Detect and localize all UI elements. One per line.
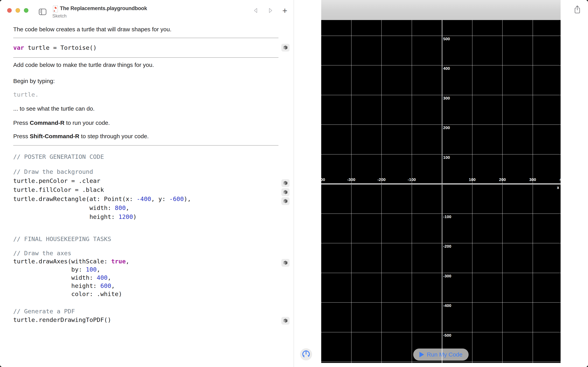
code-generate-pdf[interactable]: // Generate a PDFturtle.renderDrawingToP… xyxy=(13,307,111,324)
x-tick-label: 100 xyxy=(469,177,476,182)
play-icon xyxy=(420,352,424,357)
code-line: // POSTER GENERATION CODE xyxy=(13,152,191,161)
paragraph-intro: The code below creates a turtle that wil… xyxy=(13,26,171,33)
share-button[interactable] xyxy=(574,5,581,15)
horizontal-gridline xyxy=(321,332,561,332)
y-tick-label: -400 xyxy=(443,303,451,308)
forward-button[interactable] xyxy=(268,7,273,14)
window-title: The Replacements.playgroundbook xyxy=(60,5,147,11)
sidebar-toggle-button[interactable] xyxy=(39,8,46,16)
shortcut-command-r: Command-R xyxy=(30,120,64,126)
code-line xyxy=(13,243,129,249)
chevron-left-icon xyxy=(253,11,258,14)
copy-snippet-button[interactable] xyxy=(281,259,290,267)
x-tick-label: 300 xyxy=(529,177,536,182)
cube-icon xyxy=(283,198,288,204)
y-tick-label: 100 xyxy=(443,155,450,160)
vertical-gridline xyxy=(351,20,352,363)
copy-snippet-button[interactable] xyxy=(281,179,290,187)
code-line: color: .white) xyxy=(13,290,129,298)
back-button[interactable] xyxy=(253,7,258,14)
x-tick-label: 400 xyxy=(559,177,561,182)
speed-gauge-icon xyxy=(301,350,311,359)
cube-icon xyxy=(283,180,288,186)
paragraph-see-turtle: ... to see what the turtle can do. xyxy=(13,105,95,112)
zoom-button[interactable] xyxy=(24,8,28,13)
x-tick-label: -300 xyxy=(347,177,355,182)
playgrounds-window: The Replacements.playgroundbook Sketch +… xyxy=(0,0,588,367)
typing-hint[interactable]: turtle. xyxy=(13,91,39,98)
new-page-button[interactable]: + xyxy=(282,6,287,16)
run-my-code-button[interactable]: Run My Code xyxy=(413,349,469,361)
horizontal-gridline xyxy=(321,95,561,95)
shortcut-shift-command-r: Shift-Command-R xyxy=(30,133,79,139)
execution-speed-button[interactable] xyxy=(300,348,312,360)
code-line: turtle.drawRectangle(at: Point(x: -400, … xyxy=(13,194,191,203)
cube-icon xyxy=(283,45,288,51)
vertical-gridline xyxy=(502,20,503,363)
y-tick-label: -300 xyxy=(443,274,451,278)
pane-divider[interactable] xyxy=(294,0,294,367)
code-line: // Generate a PDF xyxy=(13,307,111,316)
y-tick-label: 400 xyxy=(443,66,450,71)
cube-icon xyxy=(283,318,288,324)
divider-line xyxy=(13,145,278,146)
y-tick-label: -600 xyxy=(443,363,451,363)
vertical-gridline xyxy=(472,20,472,363)
horizontal-gridline xyxy=(321,362,561,362)
paragraph-add-code: Add code below to make the turtle draw t… xyxy=(13,61,154,68)
horizontal-gridline xyxy=(321,36,561,36)
drawing-canvas: x Run My Code -400-300-200-1001002003004… xyxy=(321,20,561,363)
code-line: height: 1200) xyxy=(13,212,191,221)
copy-snippet-button[interactable] xyxy=(281,197,290,205)
y-axis-line xyxy=(442,20,442,363)
divider-line xyxy=(13,57,278,58)
horizontal-gridline xyxy=(321,302,561,303)
y-tick-label: 500 xyxy=(443,37,450,41)
y-tick-label: -200 xyxy=(443,244,451,249)
code-line: turtle.renderDrawingToPDF() xyxy=(13,316,111,324)
code-line: turtle.penColor = .clear xyxy=(13,176,191,185)
share-icon xyxy=(574,12,581,15)
code-line: width: 400, xyxy=(13,274,129,282)
cube-icon xyxy=(283,189,288,195)
code-line: turtle.fillColor = .black xyxy=(13,185,191,194)
copy-snippet-button[interactable] xyxy=(281,188,290,196)
vertical-gridline xyxy=(412,20,412,363)
close-button[interactable] xyxy=(7,8,12,13)
x-axis-letter: x xyxy=(557,185,559,190)
cube-icon xyxy=(283,260,288,266)
y-tick-label: 200 xyxy=(443,125,450,130)
code-line: // Draw the axes xyxy=(13,249,129,257)
code-poster-generation[interactable]: // POSTER GENERATION CODE// Draw the bac… xyxy=(13,152,191,221)
x-axis-line xyxy=(321,183,561,185)
code-housekeeping[interactable]: // FINAL HOUSEKEEPING TASKS// Draw the a… xyxy=(13,235,129,298)
run-button-label: Run My Code xyxy=(427,351,462,358)
y-tick-label: -100 xyxy=(443,214,451,219)
copy-snippet-button[interactable] xyxy=(281,317,290,325)
code-declaration[interactable]: var turtle = Tortoise() xyxy=(13,43,97,52)
horizontal-gridline xyxy=(321,243,561,243)
vertical-gridline xyxy=(533,20,533,363)
code-line xyxy=(13,161,191,167)
copy-snippet-button[interactable] xyxy=(281,44,290,51)
titlebar-translucency-scrim xyxy=(321,0,561,20)
code-line: turtle.drawAxes(withScale: true, xyxy=(13,257,129,265)
horizontal-gridline xyxy=(321,125,561,125)
paragraph-run-shortcut: Press Command-R to run your code. xyxy=(13,119,110,126)
minimize-button[interactable] xyxy=(16,8,20,13)
horizontal-gridline xyxy=(321,65,561,66)
horizontal-gridline xyxy=(321,154,561,155)
horizontal-gridline xyxy=(321,273,561,273)
document-icon xyxy=(53,5,58,13)
y-tick-label: -500 xyxy=(443,333,451,338)
code-line: by: 100, xyxy=(13,265,129,274)
chevron-right-icon xyxy=(268,11,273,14)
code-line: // FINAL HOUSEKEEPING TASKS xyxy=(13,235,129,243)
code-line: height: 600, xyxy=(13,282,129,290)
code-line: // Draw the background xyxy=(13,167,191,176)
paragraph-step-shortcut: Press Shift-Command-R to step through yo… xyxy=(13,133,149,140)
x-tick-label: 200 xyxy=(499,177,506,182)
code-line: width: 800, xyxy=(13,203,191,212)
vertical-gridline xyxy=(381,20,382,363)
